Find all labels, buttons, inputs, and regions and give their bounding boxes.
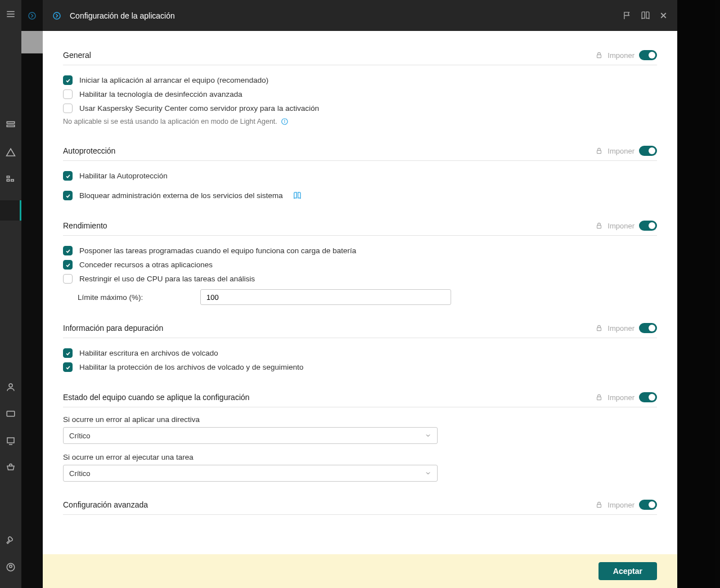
svg-point-15: [53, 12, 60, 19]
lock-icon: [595, 393, 603, 401]
wrench-icon[interactable]: [4, 534, 17, 546]
label-selfprotect: Habilitar la Autoprotección: [79, 172, 168, 180]
section-title: Rendimiento: [63, 221, 595, 230]
section-title: Estado del equipo cuando se aplique la c…: [63, 393, 595, 402]
label-max-limit: Límite máximo (%):: [78, 293, 200, 302]
lock-icon: [595, 324, 603, 332]
close-icon[interactable]: [658, 11, 668, 21]
enforce-control: Imponer: [595, 392, 657, 402]
section-advanced: Configuración avanzada Imponer: [63, 500, 657, 515]
enforce-label: Imponer: [608, 51, 634, 60]
settings-panel: Configuración de la aplicación General I…: [43, 0, 677, 588]
info-icon[interactable]: [281, 118, 289, 125]
select-task-error[interactable]: Crítico: [63, 465, 438, 482]
select-policy-error[interactable]: Crítico: [63, 427, 438, 444]
svg-rect-25: [597, 397, 601, 400]
help-book-icon[interactable]: [640, 11, 650, 21]
checkbox-concede[interactable]: [63, 260, 73, 270]
lock-icon: [595, 222, 603, 230]
note-light-agent: No aplicable si se está usando la aplica…: [63, 115, 657, 128]
svg-rect-24: [597, 327, 601, 330]
monitor-icon[interactable]: [4, 435, 17, 447]
panel-header: Configuración de la aplicación: [43, 0, 677, 31]
menu-icon[interactable]: [4, 8, 17, 20]
cart-icon[interactable]: [4, 462, 17, 474]
svg-rect-23: [597, 225, 601, 228]
book-icon[interactable]: [293, 191, 302, 200]
assets-icon[interactable]: [4, 173, 17, 186]
label-ksc-proxy: Usar Kaspersky Security Center como serv…: [79, 104, 319, 113]
panel-footer: Aceptar: [43, 554, 677, 588]
label-dump: Habilitar escritura en archivos de volca…: [79, 349, 218, 357]
checkbox-ksc-proxy[interactable]: [63, 104, 73, 113]
users-icon[interactable]: [4, 381, 17, 393]
label-concede: Conceder recursos a otras aplicaciones: [79, 261, 213, 269]
label-policy-error: Si ocurre un error al aplicar una direct…: [63, 415, 657, 424]
enforce-label: Imponer: [608, 222, 634, 230]
input-max-limit[interactable]: [200, 289, 451, 305]
section-title: Autoprotección: [63, 146, 595, 155]
label-restrict-cpu: Restringir el uso de CPU para las tareas…: [79, 275, 255, 283]
label-protect-dump: Habilitar la protección de los archivos …: [79, 363, 303, 371]
app-icon: [52, 11, 62, 21]
lock-icon: [595, 501, 603, 509]
enforce-toggle[interactable]: [639, 146, 657, 156]
devices-icon[interactable]: [4, 408, 17, 420]
accept-button[interactable]: Aceptar: [598, 562, 657, 580]
label-block-external: Bloquear administración externa de los s…: [79, 191, 283, 200]
checkbox-adv-disinfection[interactable]: [63, 89, 73, 99]
enforce-label: Imponer: [608, 501, 634, 509]
enforce-label: Imponer: [608, 393, 634, 402]
page-title: Configuración de la aplicación: [70, 11, 175, 20]
dashboard-icon[interactable]: [4, 119, 17, 132]
svg-rect-7: [11, 179, 14, 181]
checkbox-block-external[interactable]: [63, 191, 73, 200]
enforce-control: Imponer: [595, 323, 657, 333]
svg-rect-26: [597, 504, 601, 507]
enforce-label: Imponer: [608, 324, 634, 333]
account-icon[interactable]: [4, 561, 17, 573]
svg-point-8: [9, 384, 12, 387]
enforce-toggle[interactable]: [639, 392, 657, 402]
svg-rect-3: [7, 122, 15, 123]
enforce-toggle[interactable]: [639, 50, 657, 60]
section-state: Estado del equipo cuando se aplique la c…: [63, 392, 657, 482]
checkbox-start-app[interactable]: [63, 75, 73, 85]
section-general: General Imponer Iniciar la aplicación al…: [63, 50, 657, 128]
label-adv-disinfection: Habilitar la tecnología de desinfección …: [79, 90, 242, 98]
enforce-label: Imponer: [608, 147, 634, 155]
enforce-toggle[interactable]: [639, 500, 657, 510]
checkbox-dump[interactable]: [63, 348, 73, 358]
label-postpone: Posponer las tareas programadas cuando e…: [79, 246, 356, 255]
section-performance: Rendimiento Imponer Posponer las tareas …: [63, 221, 657, 305]
alert-icon[interactable]: [4, 146, 17, 159]
enforce-control: Imponer: [595, 146, 657, 156]
chevron-down-icon: [425, 432, 431, 439]
label-start-app: Iniciar la aplicación al arrancar el equ…: [79, 76, 268, 84]
flag-icon[interactable]: [622, 11, 632, 21]
checkbox-selfprotect[interactable]: [63, 171, 73, 181]
checkbox-restrict-cpu[interactable]: [63, 274, 73, 284]
svg-rect-22: [597, 150, 601, 153]
svg-rect-18: [597, 55, 601, 57]
enforce-control: Imponer: [595, 50, 657, 60]
svg-rect-9: [7, 411, 15, 416]
svg-rect-4: [7, 125, 15, 127]
label-task-error: Si ocurre un error al ejecutar una tarea: [63, 453, 657, 461]
lock-icon: [595, 51, 603, 59]
section-title: Información para depuración: [63, 324, 595, 333]
svg-rect-6: [7, 179, 10, 181]
lock-icon: [595, 147, 603, 155]
section-title: General: [63, 51, 595, 60]
svg-point-13: [10, 565, 12, 568]
svg-point-21: [285, 120, 285, 120]
enforce-toggle[interactable]: [639, 323, 657, 333]
enforce-toggle[interactable]: [639, 221, 657, 231]
enforce-control: Imponer: [595, 221, 657, 231]
chevron-down-icon: [425, 470, 431, 477]
checkbox-protect-dump[interactable]: [63, 362, 73, 372]
section-debug: Información para depuración Imponer Habi…: [63, 323, 657, 374]
checkbox-postpone[interactable]: [63, 246, 73, 255]
active-nav-item[interactable]: [0, 200, 21, 221]
section-title: Configuración avanzada: [63, 500, 595, 509]
